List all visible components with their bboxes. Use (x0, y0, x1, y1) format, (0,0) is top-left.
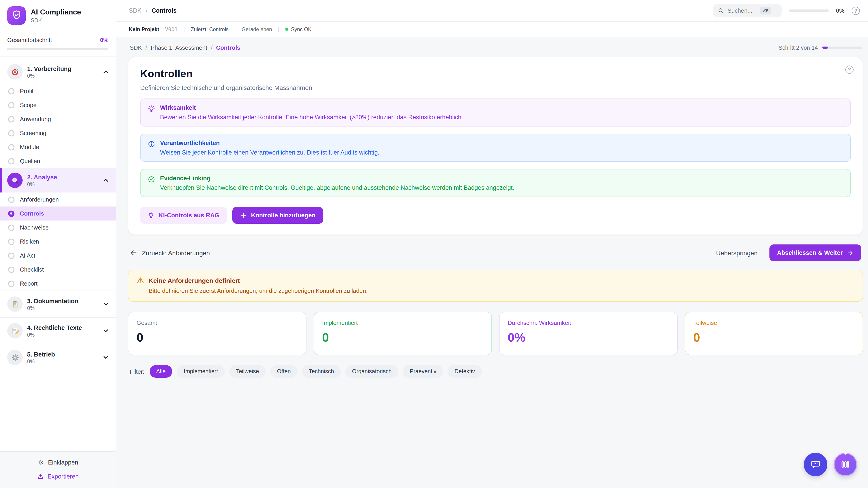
sidebar-item-profil[interactable]: Profil (0, 84, 116, 98)
stat-card-teilweise: Teilweise 0 (685, 312, 863, 355)
no-requirements-warning: Keine Anforderungen definiert Bitte defi… (128, 270, 863, 302)
sidebar-section-analyse[interactable]: 2. Analyse 0% (0, 168, 116, 193)
sidebar: AI Compliance SDK Gesamtfortschritt 0% 1… (0, 0, 116, 488)
search-box[interactable]: ⌘K (713, 4, 782, 17)
stat-card-wirksamkeit: Durchschn. Wirksamkeit 0% (499, 312, 677, 355)
radio-circle-icon (8, 130, 14, 136)
project-version: V001 (165, 26, 178, 32)
stat-card-implementiert: Implementiert 0 (313, 312, 492, 355)
plus-icon (240, 212, 247, 219)
page-subtitle: Definieren Sie technische und organisato… (140, 84, 851, 91)
radio-circle-icon (8, 102, 14, 108)
sidebar-item-ai-act[interactable]: AI Act (0, 249, 116, 263)
chevron-down-icon (102, 354, 110, 361)
section-label: 1. Vorbereitung (27, 65, 98, 72)
sidebar-section-vorbereitung[interactable]: 1. Vorbereitung 0% (0, 60, 116, 84)
chevron-right-icon: › (146, 7, 148, 14)
breadcrumb-sdk[interactable]: SDK (130, 44, 142, 51)
skip-button[interactable]: Ueberspringen (716, 249, 758, 256)
app-title: AI Compliance (31, 8, 81, 16)
radio-selected-icon (8, 210, 14, 217)
sidebar-item-screening[interactable]: Screening (0, 126, 116, 140)
collapse-sidebar-button[interactable]: Einklappen (37, 459, 78, 466)
export-button[interactable]: Exportieren (37, 473, 79, 480)
sidebar-item-checklist[interactable]: Checklist (0, 263, 116, 276)
warning-title: Keine Anforderungen definiert (149, 277, 240, 284)
sidebar-item-module[interactable]: Module (0, 140, 116, 154)
columns-icon (840, 459, 851, 470)
sidebar-item-report[interactable]: Report (0, 276, 116, 291)
filter-chip-praeventiv[interactable]: Praeventiv (403, 365, 443, 378)
search-input[interactable] (727, 7, 756, 14)
overall-progress-label: Gesamtfortschritt (7, 37, 52, 43)
card-help-icon[interactable]: ? (845, 66, 854, 74)
chat-bubble-icon (810, 459, 821, 470)
stat-card-gesamt: Gesamt 0 (128, 312, 306, 355)
search-icon (718, 8, 724, 13)
sidebar-section-betrieb[interactable]: 5. Betrieb 0% (0, 344, 116, 370)
filter-chip-organisatorisch[interactable]: Organisatorisch (345, 365, 399, 378)
back-button[interactable]: Zurueck: Anforderungen (130, 249, 210, 257)
filter-label: Filter: (130, 368, 145, 375)
sidebar-item-risiken[interactable]: Risiken (0, 234, 116, 249)
chevron-up-icon (102, 68, 110, 75)
sync-dot-icon (285, 28, 288, 31)
chevron-down-icon (102, 327, 110, 334)
sidebar-item-anforderungen[interactable]: Anforderungen (0, 193, 116, 206)
radio-circle-icon (8, 281, 14, 287)
sidebar-item-scope[interactable]: Scope (0, 98, 116, 112)
topbar-breadcrumb-root[interactable]: SDK (129, 7, 142, 14)
sync-status: Sync OK (285, 26, 311, 32)
sidebar-section-dokumentation[interactable]: 3. Dokumentation 0% (0, 291, 116, 317)
memo-icon (7, 323, 23, 338)
sidebar-item-nachweise[interactable]: Nachweise (0, 221, 116, 234)
stat-label: Implementiert (322, 320, 483, 326)
infobox-body: Verknuepfen Sie Nachweise direkt mit Con… (160, 184, 514, 191)
finish-next-button[interactable]: Abschliessen & Weiter (769, 245, 861, 261)
info-icon (148, 140, 155, 148)
board-view-button[interactable] (834, 453, 857, 476)
sidebar-section-rechtliche-texte[interactable]: 4. Rechtliche Texte 0% (0, 317, 116, 344)
step-progress-track (822, 46, 862, 49)
radio-circle-icon (8, 196, 14, 203)
ki-controls-button[interactable]: KI-Controls aus RAG (140, 207, 227, 224)
last-saved-time: Gerade eben (242, 26, 272, 32)
radio-circle-icon (8, 144, 14, 150)
chat-button[interactable] (804, 453, 827, 476)
filter-chip-teilweise[interactable]: Teilweise (229, 365, 266, 378)
infobox-wirksamkeit: Wirksamkeit Bewerten Sie die Wirksamkeit… (140, 98, 851, 127)
stat-label: Durchschn. Wirksamkeit (508, 320, 669, 326)
filter-chip-alle[interactable]: Alle (149, 365, 173, 378)
page-title: Kontrollen (140, 68, 851, 80)
export-icon (37, 473, 44, 480)
chevron-down-icon (102, 300, 110, 308)
overall-progress: Gesamtfortschritt 0% (0, 31, 116, 57)
controls-card: ? Kontrollen Definieren Sie technische u… (128, 57, 863, 235)
topbar-breadcrumb-current: Controls (151, 7, 177, 14)
section-pct: 0% (27, 182, 98, 187)
help-icon[interactable]: ? (852, 6, 860, 15)
sidebar-item-anwendung[interactable]: Anwendung (0, 112, 116, 126)
overall-progress-track (7, 48, 108, 50)
filter-chip-offen[interactable]: Offen (270, 365, 298, 378)
topbar: SDK › Controls ⌘K 0% ? (116, 0, 868, 22)
sidebar-footer: Einklappen Exportieren (0, 451, 116, 488)
app-root: AI Compliance SDK Gesamtfortschritt 0% 1… (0, 0, 868, 488)
magnifier-icon (7, 173, 23, 188)
main-area: SDK › Controls ⌘K 0% ? Kein Projekt V001… (116, 0, 868, 488)
wizard-nav: Zurueck: Anforderungen Ueberspringen Abs… (130, 245, 861, 261)
last-step-label: Zuletzt: Controls (191, 26, 228, 32)
section-pct: 0% (27, 73, 98, 78)
filter-chip-technisch[interactable]: Technisch (302, 365, 341, 378)
sidebar-item-controls[interactable]: Controls (0, 206, 116, 221)
target-icon (7, 64, 23, 79)
filter-chip-implementiert[interactable]: Implementiert (177, 365, 225, 378)
add-control-button[interactable]: Kontrolle hinzufuegen (232, 207, 323, 224)
overall-progress-value: 0% (100, 37, 108, 43)
stat-value: 0 (136, 331, 298, 345)
radio-circle-icon (8, 266, 14, 273)
sidebar-item-quellen[interactable]: Quellen (0, 154, 116, 168)
filter-chip-detektiv[interactable]: Detektiv (448, 365, 482, 378)
breadcrumb-phase[interactable]: Phase 1: Assessment (151, 44, 207, 51)
radio-circle-icon (8, 224, 14, 231)
